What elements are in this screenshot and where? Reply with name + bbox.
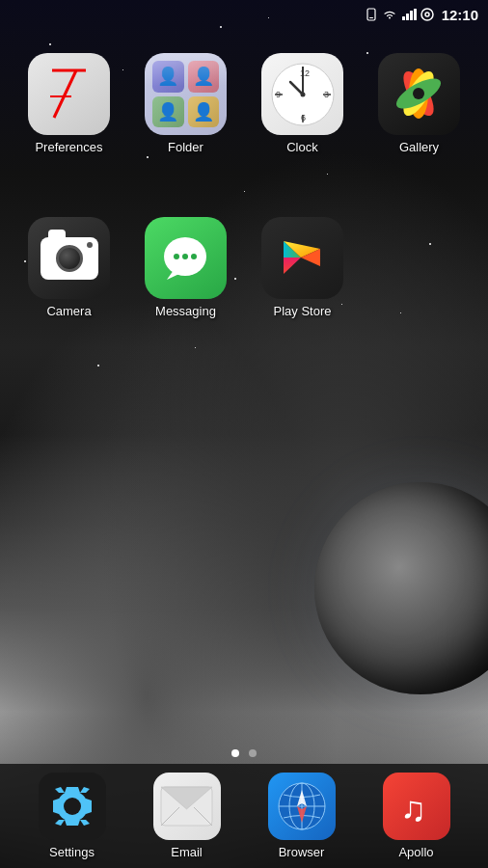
dock-email[interactable]: Email <box>153 773 221 859</box>
svg-marker-35 <box>284 258 301 274</box>
folder-avatar-1: 👤 <box>152 61 184 93</box>
svg-text:12: 12 <box>300 68 310 78</box>
gallery-icon-graphic <box>388 63 450 125</box>
app-clock-label: Clock <box>286 140 318 154</box>
svg-point-31 <box>182 254 188 259</box>
svg-point-6 <box>421 9 433 20</box>
app-folder[interactable]: 👤 👤 👤 👤 Folder <box>131 53 240 154</box>
settings-icon-graphic <box>48 782 96 830</box>
svg-line-9 <box>54 70 76 118</box>
folder-avatar-3: 👤 <box>152 96 184 128</box>
svg-text:9: 9 <box>276 90 281 99</box>
dock-apollo-label: Apollo <box>398 845 433 859</box>
sync-icon <box>420 8 434 21</box>
page-dots <box>231 749 257 757</box>
svg-point-38 <box>64 798 81 815</box>
dock: Settings Email <box>0 764 488 868</box>
svg-point-27 <box>413 88 424 99</box>
signal-icon <box>401 9 417 20</box>
app-preferences[interactable]: Preferences <box>14 53 123 154</box>
app-messaging[interactable]: Messaging <box>131 217 240 318</box>
svg-rect-3 <box>406 14 409 20</box>
messaging-icon-graphic <box>159 231 212 285</box>
phone-icon <box>365 8 378 21</box>
dock-settings[interactable]: Settings <box>39 773 106 859</box>
page-dot-1[interactable] <box>231 749 239 757</box>
svg-point-22 <box>300 92 305 96</box>
camera-icon-graphic <box>41 237 98 280</box>
page-dot-2[interactable] <box>249 749 257 757</box>
dock-browser-label: Browser <box>279 845 325 859</box>
preferences-icon-graphic <box>42 63 95 125</box>
svg-rect-2 <box>402 16 405 20</box>
svg-point-7 <box>425 13 429 16</box>
app-folder-label: Folder <box>168 140 203 154</box>
dock-email-label: Email <box>171 845 203 859</box>
svg-text:6: 6 <box>301 113 306 122</box>
app-grid-row2: Camera Messaging <box>0 207 488 328</box>
dock-browser[interactable]: Browser <box>268 773 336 859</box>
clock-icon-graphic: 12 3 6 9 <box>269 61 337 128</box>
folder-avatar-2: 👤 <box>188 61 220 93</box>
app-playstore[interactable]: Play Store <box>248 217 357 318</box>
app-preferences-label: Preferences <box>35 140 102 154</box>
svg-point-32 <box>191 254 197 259</box>
svg-rect-0 <box>367 9 375 20</box>
app-empty <box>365 217 474 318</box>
app-playstore-label: Play Store <box>274 304 332 318</box>
svg-rect-4 <box>410 11 413 20</box>
svg-point-30 <box>174 254 179 259</box>
app-gallery[interactable]: Gallery <box>365 53 474 154</box>
svg-text:♫: ♫ <box>400 789 426 828</box>
email-icon-graphic <box>160 786 213 827</box>
dock-settings-label: Settings <box>49 845 95 859</box>
svg-text:3: 3 <box>324 90 329 99</box>
app-clock[interactable]: 12 3 6 9 Clock <box>248 53 357 154</box>
wifi-icon <box>382 9 397 20</box>
app-camera[interactable]: Camera <box>14 217 123 318</box>
app-grid-row1: Preferences 👤 👤 👤 👤 Folder <box>0 43 488 164</box>
app-gallery-label: Gallery <box>399 140 439 154</box>
folder-avatar-4: 👤 <box>188 96 220 128</box>
playstore-icon-graphic <box>276 231 329 285</box>
status-time: 12:10 <box>442 7 478 23</box>
browser-icon-graphic <box>276 780 328 832</box>
app-camera-label: Camera <box>46 304 91 318</box>
svg-rect-5 <box>414 9 417 20</box>
dock-apollo[interactable]: ♫ Apollo <box>383 773 450 859</box>
app-messaging-label: Messaging <box>155 304 216 318</box>
svg-rect-1 <box>369 17 373 18</box>
status-icons: 12:10 <box>365 7 478 23</box>
apollo-icon-graphic: ♫ <box>393 782 441 830</box>
status-bar: 12:10 <box>0 0 488 29</box>
